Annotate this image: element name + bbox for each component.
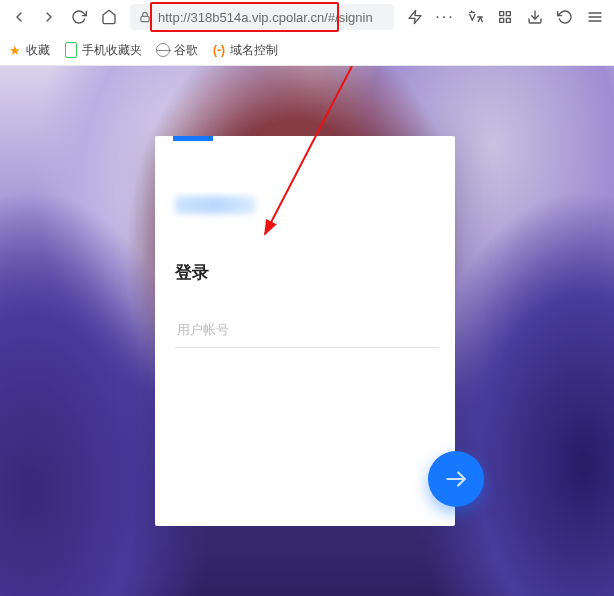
grid-icon (497, 9, 513, 25)
home-button[interactable] (96, 4, 122, 30)
arrow-left-icon (11, 9, 27, 25)
globe-icon (156, 43, 170, 57)
card-accent-bar (173, 136, 213, 141)
reload-icon (71, 9, 87, 25)
cpolar-icon: (-) (212, 43, 226, 57)
apps-button[interactable] (492, 4, 518, 30)
next-button[interactable] (428, 451, 484, 507)
svg-rect-0 (141, 16, 149, 21)
bookmark-google[interactable]: 谷歌 (156, 42, 198, 59)
menu-button[interactable] (582, 4, 608, 30)
back-button[interactable] (6, 4, 32, 30)
bookmark-mobile[interactable]: 手机收藏夹 (64, 42, 142, 59)
home-icon (101, 9, 117, 25)
arrow-right-icon (41, 9, 57, 25)
forward-button[interactable] (36, 4, 62, 30)
bookmark-domain[interactable]: (-) 域名控制 (212, 42, 278, 59)
dots-icon: ··· (435, 8, 454, 26)
bookmark-favorites[interactable]: ★ 收藏 (8, 42, 50, 59)
svg-marker-1 (409, 10, 421, 23)
svg-rect-5 (506, 18, 510, 22)
arrow-right-icon (443, 466, 469, 492)
bookmarks-bar: ★ 收藏 手机收藏夹 谷歌 (-) 域名控制 (0, 35, 614, 66)
username-input[interactable] (175, 311, 439, 348)
svg-rect-2 (500, 12, 504, 16)
svg-rect-4 (500, 18, 504, 22)
bookmark-label: 谷歌 (174, 42, 198, 59)
hamburger-icon (587, 9, 603, 25)
history-icon (557, 9, 573, 25)
translate-button[interactable] (462, 4, 488, 30)
username-field-wrap (175, 311, 435, 348)
page-content: 登录 (0, 66, 614, 596)
lightning-icon (407, 9, 423, 25)
lock-icon (138, 10, 152, 24)
login-title: 登录 (175, 261, 209, 284)
reload-button[interactable] (66, 4, 92, 30)
app-logo-obscured (175, 196, 255, 214)
bookmark-label: 手机收藏夹 (82, 42, 142, 59)
flash-button[interactable] (402, 4, 428, 30)
bookmark-label: 收藏 (26, 42, 50, 59)
download-button[interactable] (522, 4, 548, 30)
login-card: 登录 (155, 136, 455, 526)
translate-icon (467, 9, 483, 25)
bookmark-label: 域名控制 (230, 42, 278, 59)
svg-rect-3 (506, 12, 510, 16)
history-button[interactable] (552, 4, 578, 30)
download-icon (527, 9, 543, 25)
address-bar[interactable]: http://318b514a.vip.cpolar.cn/#/signin (130, 4, 394, 30)
url-text: http://318b514a.vip.cpolar.cn/#/signin (158, 10, 373, 25)
star-icon: ★ (8, 43, 22, 57)
browser-toolbar: http://318b514a.vip.cpolar.cn/#/signin ·… (0, 0, 614, 35)
mobile-icon (64, 43, 78, 57)
more-button[interactable]: ··· (432, 4, 458, 30)
